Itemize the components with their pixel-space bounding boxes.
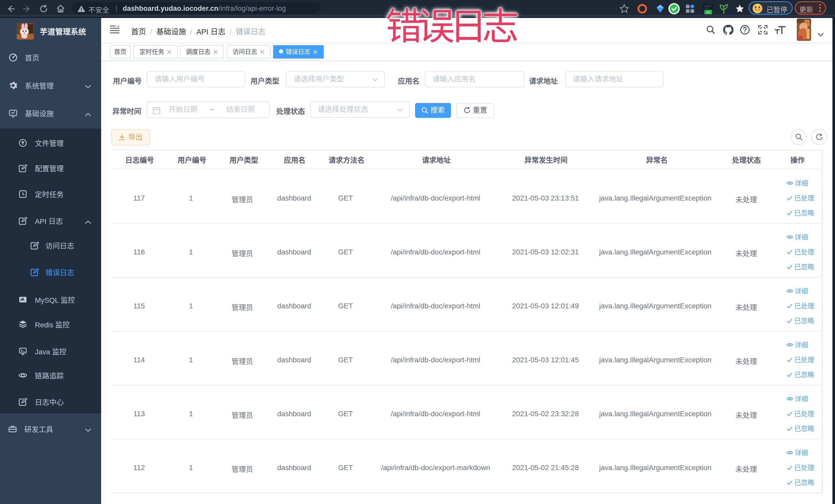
svg-text:on: on xyxy=(707,10,710,14)
